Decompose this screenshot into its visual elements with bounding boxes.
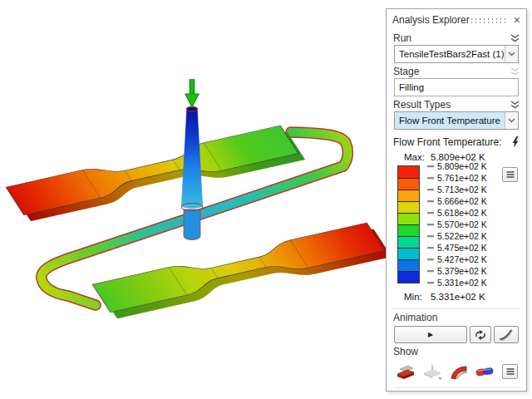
legend: 5.809e+02 K5.761e+02 K5.713e+02 K5.666e+… <box>393 165 520 288</box>
show-menu-button[interactable] <box>502 364 518 379</box>
legend-tick-mark <box>427 247 434 249</box>
legend-color-segment <box>398 166 419 178</box>
curve-icon <box>499 329 514 341</box>
legend-color-segment <box>398 190 419 201</box>
callouts-label: Callouts <box>393 391 520 392</box>
lightning-bolt-icon[interactable] <box>511 136 520 148</box>
replay-arrows-icon <box>474 329 487 341</box>
legend-tick: 5.809e+02 K <box>423 160 487 172</box>
result-types-select[interactable]: Flow Front Temperature <box>394 111 519 130</box>
show-label: Show <box>393 346 520 358</box>
legend-tick-label: 5.475e+02 K <box>437 243 487 253</box>
result-title: Flow Front Temperature: <box>393 136 502 148</box>
legend-tick: 5.666e+02 K <box>423 195 487 207</box>
result-types-value: Flow Front Temperature <box>395 112 505 129</box>
show-magnet-button[interactable] <box>475 363 495 380</box>
run-label: Run <box>393 32 411 44</box>
legend-tick: 5.761e+02 K <box>423 172 487 184</box>
legend-tick-label: 5.522e+02 K <box>437 231 487 241</box>
legend-color-segment <box>398 259 419 271</box>
legend-tick-mark <box>427 189 434 190</box>
capsule-icon <box>475 363 495 380</box>
run-dropdown-arrow[interactable] <box>505 46 518 62</box>
legend-tick: 5.570e+02 K <box>423 219 487 230</box>
legend-tick: 5.475e+02 K <box>423 242 487 254</box>
legend-tick: 5.713e+02 K <box>423 184 487 195</box>
collapse-run-icon[interactable] <box>510 34 520 42</box>
collapse-stage-icon[interactable] <box>510 67 520 76</box>
legend-ticks: 5.809e+02 K5.761e+02 K5.713e+02 K5.666e+… <box>423 160 487 288</box>
legend-tick-label: 5.809e+02 K <box>437 161 487 171</box>
legend-tick-label: 5.570e+02 K <box>437 219 487 229</box>
animation-curve-button[interactable] <box>494 326 519 343</box>
legend-tick-label: 5.379e+02 K <box>437 266 487 276</box>
sprue[interactable] <box>181 106 203 239</box>
legend-tick-mark <box>427 282 434 283</box>
min-label: Min: <box>404 292 431 302</box>
stage-label: Stage <box>393 66 419 77</box>
show-runner-button[interactable] <box>449 363 469 380</box>
stage-field[interactable]: Filling <box>394 78 519 96</box>
viewport-3d[interactable] <box>0 0 386 399</box>
curved-runner-icon <box>449 363 469 380</box>
legend-color-segment <box>398 201 419 213</box>
min-value: 5.331e+02 K <box>431 292 485 302</box>
legend-tick-mark <box>427 235 434 237</box>
panel-title: Analysis Explorer <box>392 14 470 26</box>
legend-colorbar <box>397 165 420 283</box>
chevron-down-icon <box>508 118 515 123</box>
feed-system-icon <box>421 363 443 380</box>
legend-color-segment <box>398 178 419 190</box>
run-select[interactable]: TensileTestBars2Fast (1) <box>394 45 519 63</box>
legend-tick: 5.522e+02 K <box>423 230 487 242</box>
legend-tick-label: 5.331e+02 K <box>437 278 487 288</box>
legend-color-segment <box>398 236 419 248</box>
specimen-top[interactable] <box>6 125 305 221</box>
panel-header: Analysis Explorer × <box>387 9 526 29</box>
loop-animation-button[interactable] <box>470 326 491 343</box>
legend-tick-label: 5.761e+02 K <box>437 173 487 183</box>
legend-tick-mark <box>427 224 434 225</box>
legend-color-segment <box>398 224 419 236</box>
result-types-label: Result Types <box>393 99 451 111</box>
legend-color-segment <box>398 248 419 259</box>
show-part-button[interactable] <box>396 363 416 380</box>
legend-tick-mark <box>427 200 434 202</box>
play-button[interactable]: ▶ <box>394 326 467 343</box>
legend-tick: 5.331e+02 K <box>423 277 487 288</box>
play-icon: ▶ <box>428 332 433 338</box>
analysis-explorer-panel: Analysis Explorer × Run TensileTestBars2… <box>386 8 527 392</box>
legend-color-segment <box>398 213 419 224</box>
divider <box>393 387 520 388</box>
legend-tick: 5.379e+02 K <box>423 265 487 277</box>
legend-tick: 5.427e+02 K <box>423 254 487 265</box>
menu-icon <box>505 170 515 179</box>
show-feed-system-button[interactable] <box>421 363 443 380</box>
close-icon[interactable]: × <box>514 14 520 26</box>
legend-tick-label: 5.427e+02 K <box>437 254 487 264</box>
legend-tick-label: 5.713e+02 K <box>437 185 487 195</box>
chevron-down-icon <box>508 52 515 57</box>
legend-tick-mark <box>427 177 434 179</box>
menu-icon <box>505 367 515 376</box>
result-types-dropdown-arrow[interactable] <box>505 112 518 129</box>
legend-tick-mark <box>427 259 434 260</box>
animation-label: Animation <box>393 312 520 324</box>
drag-grip-icon[interactable] <box>470 17 508 23</box>
legend-menu-button[interactable] <box>502 167 518 182</box>
legend-tick-mark <box>427 270 434 272</box>
injection-arrow-icon <box>185 79 199 107</box>
legend-tick-mark <box>427 212 434 214</box>
part-icon <box>396 363 416 380</box>
collapse-result-types-icon[interactable] <box>510 101 520 109</box>
app-window: Analysis Explorer × Run TensileTestBars2… <box>0 0 532 399</box>
legend-tick-label: 5.618e+02 K <box>437 208 487 218</box>
legend-tick-mark <box>427 165 434 167</box>
divider <box>393 308 520 309</box>
legend-tick-label: 5.666e+02 K <box>437 196 487 206</box>
legend-tick: 5.618e+02 K <box>423 207 487 219</box>
legend-color-segment <box>398 271 419 283</box>
run-value: TensileTestBars2Fast (1) <box>395 46 505 62</box>
